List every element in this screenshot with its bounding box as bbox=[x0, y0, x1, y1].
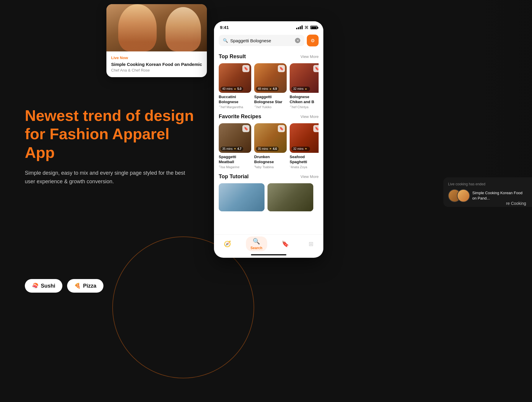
recipe-chef: Chef Chintya bbox=[290, 105, 319, 109]
recipe-name: Seafood Spaghetti bbox=[290, 155, 319, 165]
favorite-recipes-title: Favorite Recipes bbox=[219, 114, 261, 120]
bookmark-icon[interactable]: 🔖 bbox=[242, 65, 249, 72]
bookmark-icon[interactable]: 🔖 bbox=[278, 125, 285, 132]
sub-text: Simple design, easy to mix and every sin… bbox=[25, 169, 196, 186]
recipe-overlay: 32 mins ★ bbox=[291, 147, 310, 151]
recipe-chef: Elsa Magarine bbox=[219, 165, 251, 169]
recipe-name: Drunken Bolognese bbox=[254, 155, 287, 165]
sushi-icon: 🍣 bbox=[32, 283, 38, 289]
nav-search-icon: 🔍 bbox=[253, 238, 260, 245]
bar4 bbox=[301, 25, 303, 29]
recipe-image: 🔖 35 mins ★ 4.6 bbox=[254, 123, 287, 153]
status-time: 9:41 bbox=[220, 25, 229, 30]
sushi-label: Sushi bbox=[41, 283, 55, 289]
recipe-star: ★ bbox=[305, 147, 307, 150]
phone-content: Top Result View More 🔖 40 mins ★ 5.0 Buc… bbox=[214, 49, 323, 234]
circle-decoration bbox=[112, 236, 254, 378]
status-bar: 9:41 ⌘ bbox=[214, 21, 323, 32]
recipe-rating: 5.0 bbox=[237, 87, 241, 90]
pill-buttons: 🍣 Sushi 🍕 Pizza bbox=[25, 279, 103, 293]
nav-search[interactable]: 🔍 Search bbox=[246, 236, 267, 251]
recipe-rating: 4.7 bbox=[237, 147, 241, 150]
top-result-header: Top Result View More bbox=[219, 54, 319, 60]
home-indicator bbox=[251, 254, 286, 255]
recipe-chef: Hinata Zoya bbox=[290, 165, 319, 169]
recipe-chef: Chef Yukiko bbox=[254, 105, 287, 109]
recipe-card[interactable]: 🔖 32 mins ★ Seafood Spaghetti Hinata Zoy… bbox=[290, 123, 319, 169]
live-card-image bbox=[106, 4, 207, 51]
live-card[interactable]: Live Now Simple Cooking Korean Food on P… bbox=[106, 4, 207, 77]
bar3 bbox=[300, 26, 301, 29]
recipe-star: ★ bbox=[234, 87, 236, 90]
left-section: Newest trend of design for Fashion Appar… bbox=[25, 106, 196, 186]
nav-bookmark-icon: 🔖 bbox=[282, 240, 289, 247]
cooking-label: re Cooking bbox=[506, 201, 526, 206]
live-card-title: Simple Cooking Korean Food on Pandemic bbox=[111, 62, 202, 67]
recipe-card[interactable]: 🔖 35 mins ★ 4.6 Drunken Bolognese Baby T… bbox=[254, 123, 287, 169]
nav-home[interactable]: 🧭 bbox=[219, 239, 236, 249]
recipe-star: ★ bbox=[269, 87, 272, 90]
recipe-overlay: 32 mins ★ bbox=[291, 87, 310, 91]
recipe-card[interactable]: 🔖 32 mins ★ Bolognese Chiken and B Chef … bbox=[290, 63, 319, 109]
recipe-image: 🔖 32 mins ★ bbox=[290, 123, 319, 153]
recipe-rating: 4.6 bbox=[273, 147, 277, 150]
tutorial-card-1[interactable] bbox=[219, 183, 265, 211]
recipe-card[interactable]: 🔖 35 mins ★ 4.7 Spaggetti Meatball Elsa … bbox=[219, 123, 251, 169]
recipe-star: ★ bbox=[269, 147, 272, 150]
wifi-icon: ⌘ bbox=[304, 25, 309, 30]
recipe-card[interactable]: 🔖 48 mins ★ 4.9 Spaggetti Bolognese Star… bbox=[254, 63, 287, 109]
top-result-view-more[interactable]: View More bbox=[301, 54, 319, 59]
recipe-time: 35 mins bbox=[258, 147, 268, 150]
nav-grid[interactable]: ⊞ bbox=[304, 239, 318, 249]
recipe-overlay: 48 mins ★ 4.9 bbox=[256, 87, 279, 91]
recipe-card[interactable]: 🔖 40 mins ★ 5.0 Buccatini Bolognese Chef… bbox=[219, 63, 251, 109]
notification-text: Simple Cooking Korean Food on Pand... bbox=[472, 190, 527, 201]
recipe-time: 32 mins bbox=[293, 87, 304, 90]
recipe-overlay: 35 mins ★ 4.7 bbox=[220, 147, 243, 151]
top-result-title: Top Result bbox=[219, 54, 246, 60]
top-tutorial-view-more[interactable]: View More bbox=[301, 174, 319, 179]
nav-home-icon: 🧭 bbox=[224, 240, 231, 247]
avatar-2 bbox=[457, 189, 470, 202]
favorite-recipes-row: 🔖 35 mins ★ 4.7 Spaggetti Meatball Elsa … bbox=[219, 123, 319, 169]
top-tutorial-title: Top Tutorial bbox=[219, 174, 249, 180]
status-icons: ⌘ bbox=[296, 25, 317, 30]
phone-mockup: 9:41 ⌘ 🔍 Spaggetti Bolognese ✕ ⚙ bbox=[214, 21, 323, 258]
top-tutorial-header: Top Tutorial View More bbox=[219, 174, 319, 180]
main-heading: Newest trend of design for Fashion Appar… bbox=[25, 106, 196, 162]
pizza-button[interactable]: 🍕 Pizza bbox=[67, 279, 103, 293]
bookmark-icon[interactable]: 🔖 bbox=[278, 65, 285, 72]
live-badge: Live Now bbox=[111, 56, 128, 60]
signal-bars bbox=[296, 25, 303, 29]
search-query-icon: 🔍 bbox=[223, 38, 228, 43]
filter-icon: ⚙ bbox=[311, 38, 315, 43]
battery-icon bbox=[310, 26, 317, 29]
recipe-image: 🔖 35 mins ★ 4.7 bbox=[219, 123, 251, 153]
notification-avatars bbox=[448, 189, 470, 202]
nav-bookmark[interactable]: 🔖 bbox=[277, 239, 294, 249]
recipe-rating: 4.9 bbox=[273, 87, 277, 90]
bottom-nav: 🧭 🔍 Search 🔖 ⊞ bbox=[214, 234, 323, 256]
live-card-content: Live Now Simple Cooking Korean Food on P… bbox=[106, 51, 207, 77]
favorite-recipes-header: Favorite Recipes View More bbox=[219, 114, 319, 120]
nav-grid-icon: ⊞ bbox=[309, 240, 314, 247]
top-result-row: 🔖 40 mins ★ 5.0 Buccatini Bolognese Chef… bbox=[219, 63, 319, 109]
recipe-time: 35 mins bbox=[222, 147, 233, 150]
recipe-name: Bolognese Chiken and B bbox=[290, 95, 319, 105]
bookmark-icon[interactable]: 🔖 bbox=[313, 125, 319, 132]
bar1 bbox=[296, 28, 297, 29]
search-clear-button[interactable]: ✕ bbox=[295, 38, 300, 43]
bookmark-icon[interactable]: 🔖 bbox=[242, 125, 249, 132]
nav-search-label: Search bbox=[251, 246, 262, 250]
recipe-name: Spaggetti Meatball bbox=[219, 155, 251, 165]
bookmark-icon[interactable]: 🔖 bbox=[313, 65, 319, 72]
recipe-image: 🔖 32 mins ★ bbox=[290, 63, 319, 93]
recipe-chef: Chef Margaretha bbox=[219, 105, 251, 109]
search-bar[interactable]: 🔍 Spaggetti Bolognese ✕ bbox=[219, 35, 304, 46]
recipe-image: 🔖 48 mins ★ 4.9 bbox=[254, 63, 287, 93]
tutorial-card-2[interactable] bbox=[267, 183, 313, 211]
sushi-button[interactable]: 🍣 Sushi bbox=[25, 279, 62, 293]
favorite-recipes-view-more[interactable]: View More bbox=[301, 114, 319, 119]
filter-button[interactable]: ⚙ bbox=[307, 35, 319, 46]
recipe-chef: Baby Tsabina bbox=[254, 165, 287, 169]
